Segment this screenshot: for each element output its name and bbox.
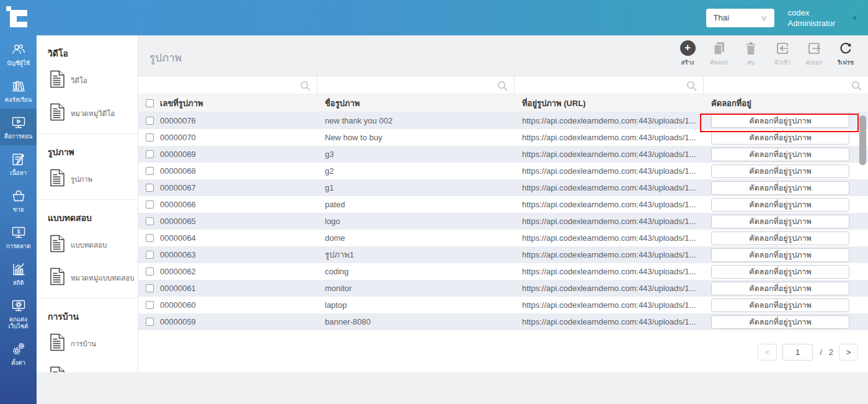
- table-row[interactable]: 00000070 New how to buy https://api.code…: [138, 129, 868, 146]
- table-row[interactable]: 00000076 new thank you 002 https://api.c…: [138, 112, 868, 129]
- language-selector[interactable]: Thai ∨: [706, 9, 774, 27]
- toolbar-button-create[interactable]: + สร้าง: [673, 40, 702, 67]
- toolbar-button-copy[interactable]: คัดลอก: [705, 40, 733, 67]
- row-checkbox[interactable]: [146, 117, 154, 125]
- table-row[interactable]: 00000065 logo https://api.codexlearndemo…: [138, 213, 868, 230]
- row-checkbox[interactable]: [146, 267, 154, 276]
- copy-url-button[interactable]: คัดลอกที่อยู่รูปภาพ: [711, 282, 849, 295]
- image-name-cell: รูปภาพ1: [317, 248, 515, 261]
- image-url-cell: https://api.codexlearndemo.com:443/uploa…: [515, 250, 704, 259]
- user-menu[interactable]: codex Administrator ▼: [788, 7, 858, 29]
- row-checkbox[interactable]: [146, 251, 154, 259]
- row-checkbox[interactable]: [146, 234, 154, 242]
- toolbar-button-refresh[interactable]: รีเฟรช: [831, 40, 860, 67]
- app-window: Thai ∨ codex Administrator ▼ บัญชีผู้ใช้…: [0, 0, 868, 404]
- toolbar-button-label: สร้าง: [681, 58, 694, 67]
- submenu-item[interactable]: หมวดหมู่การบ้าน: [37, 360, 138, 372]
- main-content: รูปภาพ + สร้าง คัดลอก ลบ นำเข้า ส่งออก ร…: [138, 35, 868, 404]
- sidebar-item-label: เนื้อหา: [10, 169, 27, 176]
- submenu-item[interactable]: รูปภาพ: [37, 163, 138, 195]
- copy-url-button[interactable]: คัดลอกที่อยู่รูปภาพ: [711, 164, 849, 178]
- secondary-sidebar: วิดีโอ วิดีโอ หมวดหมู่วิดีโอ รูปภาพ รูปภ…: [37, 35, 138, 372]
- table-row[interactable]: 00000066 pated https://api.codexlearndem…: [138, 196, 868, 213]
- pagination-page-input[interactable]: [782, 344, 813, 361]
- copy-url-button[interactable]: คัดลอกที่อยู่รูปภาพ: [711, 215, 849, 228]
- copy-url-button[interactable]: คัดลอกที่อยู่รูปภาพ: [711, 248, 849, 262]
- table-row[interactable]: 00000069 g3 https://api.codexlearndemo.c…: [138, 146, 868, 163]
- sidebar-item-6[interactable]: สถิติ: [0, 255, 37, 292]
- scrollbar[interactable]: [859, 76, 866, 372]
- row-checkbox[interactable]: [146, 284, 154, 292]
- image-url-cell: https://api.codexlearndemo.com:443/uploa…: [515, 116, 704, 125]
- copy-url-button[interactable]: คัดลอกที่อยู่รูปภาพ: [711, 198, 849, 212]
- submenu-item-label: รูปภาพ: [71, 174, 92, 185]
- settings-icon: [11, 341, 27, 357]
- submenu-section-title: แบบทดสอบ: [48, 211, 138, 225]
- sidebar-item-label: ตั้งค่า: [11, 359, 25, 366]
- image-id-cell: 00000064: [160, 233, 196, 243]
- column-search-cell-0: [138, 76, 317, 94]
- users-icon: [11, 42, 27, 58]
- table-row[interactable]: 00000062 coding https://api.codexlearnde…: [138, 263, 868, 280]
- sidebar-item-5[interactable]: $ การตลาด: [0, 218, 37, 255]
- copy-url-button[interactable]: คัดลอกที่อยู่รูปภาพ: [711, 231, 849, 245]
- submenu-item[interactable]: แบบทดสอบ: [37, 228, 138, 261]
- row-checkbox[interactable]: [146, 167, 154, 175]
- sidebar-item-8[interactable]: ตั้งค่า: [0, 335, 37, 372]
- sidebar-item-4[interactable]: ขาย: [0, 182, 37, 218]
- app-logo-icon[interactable]: [6, 5, 32, 31]
- sidebar-item-3[interactable]: เนื้อหา: [0, 145, 37, 182]
- submenu-section-2: แบบทดสอบ แบบทดสอบ หมวดหมู่แบบทดสอบ: [37, 200, 138, 299]
- pagination-prev-button[interactable]: <: [758, 344, 777, 361]
- scrollbar-thumb[interactable]: [859, 115, 866, 165]
- row-checkbox[interactable]: [146, 150, 154, 158]
- row-checkbox[interactable]: [146, 301, 154, 309]
- table-row[interactable]: 00000059 banner-8080 https://api.codexle…: [138, 313, 868, 330]
- copy-url-button[interactable]: คัดลอกที่อยู่รูปภาพ: [711, 148, 849, 161]
- row-checkbox[interactable]: [146, 184, 154, 192]
- table-row[interactable]: 00000067 g1 https://api.codexlearndemo.c…: [138, 179, 868, 196]
- toolbar-button-label: นำเข้า: [774, 58, 791, 67]
- image-id-cell: 00000062: [160, 267, 196, 276]
- submenu-item[interactable]: วิดีโอ: [37, 64, 138, 97]
- column-search-input-1[interactable]: [317, 76, 514, 94]
- submenu-item[interactable]: การบ้าน: [37, 327, 138, 360]
- copy-url-button[interactable]: คัดลอกที่อยู่รูปภาพ: [711, 114, 849, 128]
- table-row[interactable]: 00000060 laptop https://api.codexlearnde…: [138, 297, 868, 313]
- image-url-cell: https://api.codexlearndemo.com:443/uploa…: [515, 217, 704, 226]
- top-bar: Thai ∨ codex Administrator ▼: [0, 0, 868, 35]
- toolbar-button-export[interactable]: ส่งออก: [800, 40, 828, 67]
- table-row[interactable]: 00000064 dome https://api.codexlearndemo…: [138, 230, 868, 246]
- row-checkbox[interactable]: [146, 200, 154, 209]
- sidebar-item-7[interactable]: ตกแต่งเว็บไซต์: [0, 292, 37, 335]
- submenu-item[interactable]: หมวดหมู่วิดีโอ: [37, 97, 138, 130]
- row-checkbox[interactable]: [146, 217, 154, 225]
- document-icon: [50, 235, 65, 255]
- toolbar-button-import[interactable]: นำเข้า: [768, 40, 797, 67]
- table-row[interactable]: 00000063 รูปภาพ1 https://api.codexlearnd…: [138, 246, 868, 263]
- copy-url-button[interactable]: คัดลอกที่อยู่รูปภาพ: [711, 265, 849, 279]
- toolbar-button-label: รีเฟรช: [838, 58, 854, 67]
- sidebar-item-1[interactable]: คอร์สเรียน: [0, 72, 37, 109]
- copy-url-button[interactable]: คัดลอกที่อยู่รูปภาพ: [711, 315, 849, 329]
- row-checkbox[interactable]: [146, 318, 154, 326]
- pagination-next-button[interactable]: >: [839, 344, 858, 361]
- sidebar-item-0[interactable]: บัญชีผู้ใช้: [0, 35, 37, 72]
- column-search-input-3[interactable]: [704, 76, 868, 94]
- table-row[interactable]: 00000068 g2 https://api.codexlearndemo.c…: [138, 163, 868, 179]
- toolbar-button-delete[interactable]: ลบ: [737, 40, 765, 67]
- row-checkbox[interactable]: [146, 133, 154, 141]
- copy-url-button[interactable]: คัดลอกที่อยู่รูปภาพ: [711, 181, 849, 195]
- copy-url-button[interactable]: คัดลอกที่อยู่รูปภาพ: [711, 131, 849, 145]
- column-search-input-0[interactable]: [138, 76, 317, 94]
- table-row[interactable]: 00000061 monitor https://api.codexlearnd…: [138, 280, 868, 297]
- column-search-input-2[interactable]: [515, 76, 703, 94]
- column-header-1: ชื่อรูปภาพ: [317, 97, 515, 110]
- column-header-label: ที่อยู่รูปภาพ (URL): [522, 97, 586, 110]
- marketing-icon: $: [11, 225, 27, 241]
- select-all-checkbox[interactable]: [146, 99, 154, 107]
- submenu-item[interactable]: หมวดหมู่แบบทดสอบ: [37, 261, 138, 294]
- search-icon: [497, 81, 508, 94]
- sidebar-item-2[interactable]: สื่อการสอน: [0, 109, 37, 145]
- copy-url-button[interactable]: คัดลอกที่อยู่รูปภาพ: [711, 299, 849, 312]
